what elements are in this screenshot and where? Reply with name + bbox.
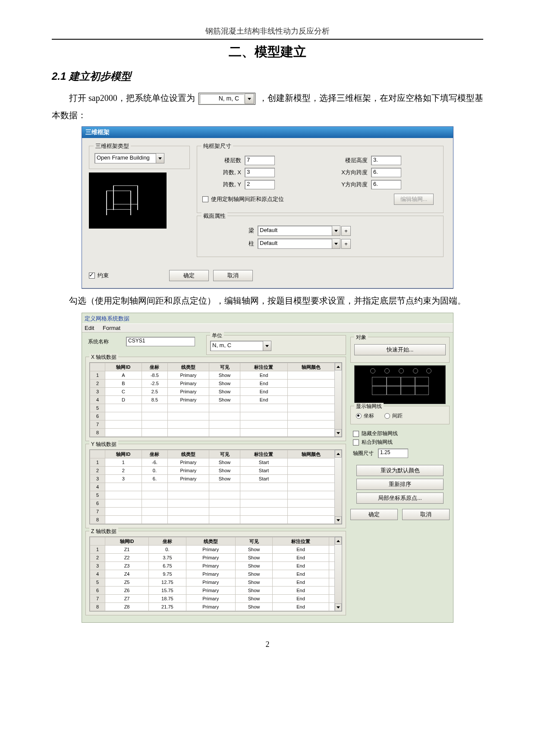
- table-row[interactable]: 6: [90, 412, 335, 420]
- chapter-title: 二、模型建立: [52, 43, 483, 61]
- input-bays-x[interactable]: 3: [245, 168, 275, 177]
- group-object-legend: 对象: [354, 334, 368, 341]
- grid-preview-image: [354, 365, 446, 404]
- beam-section-dropdown[interactable]: Default: [258, 226, 340, 236]
- z-grid-table[interactable]: 轴网ID坐标线类型可见标注位置1Z10.PrimaryShowEnd2Z23.7…: [89, 536, 342, 612]
- table-row[interactable]: 4D8.5PrimaryShowEnd: [90, 396, 335, 404]
- table-row[interactable]: 6Z615.75PrimaryShowEnd: [90, 587, 335, 595]
- scroll-down-icon[interactable]: [335, 516, 342, 524]
- table-row[interactable]: 8Z821.75PrimaryShowEnd: [90, 603, 335, 611]
- lbl-beam: 梁: [202, 227, 254, 235]
- table-row[interactable]: 336.PrimaryShowStart: [90, 475, 335, 483]
- scrollbar[interactable]: [334, 450, 342, 524]
- chevron-down-icon[interactable]: [332, 239, 340, 248]
- grid-cancel-button[interactable]: 取消: [402, 509, 450, 520]
- chevron-down-icon[interactable]: [332, 226, 340, 235]
- reset-color-button[interactable]: 重设为默认颜色: [356, 465, 444, 476]
- checkbox-paste-to-grid[interactable]: [353, 439, 359, 445]
- group-object: 对象 快速开始...: [350, 337, 450, 363]
- edit-grid-button[interactable]: 编辑轴网...: [394, 194, 434, 205]
- lbl-system-name: 系统名称: [88, 338, 109, 345]
- table-row[interactable]: 7: [90, 420, 335, 429]
- table-row[interactable]: 4Z49.75PrimaryShowEnd: [90, 570, 335, 578]
- input-system-name[interactable]: CSYS1: [126, 337, 195, 346]
- table-row[interactable]: 220.PrimaryShowStart: [90, 467, 335, 475]
- table-row[interactable]: 5Z512.75PrimaryShowEnd: [90, 578, 335, 587]
- table-row[interactable]: 8: [90, 516, 335, 524]
- dialog-titlebar: 三维框架: [82, 127, 453, 138]
- checkbox-custom-grid[interactable]: [202, 196, 208, 202]
- group-dimensions-legend: 纯框架尺寸: [201, 142, 233, 150]
- scroll-down-icon[interactable]: [335, 429, 342, 437]
- chevron-down-icon[interactable]: [245, 94, 254, 104]
- x-grid-table[interactable]: 轴网ID坐标线类型可见标注位置轴网颜色1A-8.5PrimaryShowEnd2…: [89, 362, 342, 437]
- lbl-radio-coord: 坐标: [364, 413, 374, 419]
- frame-preview-image: [89, 173, 167, 229]
- input-span-x[interactable]: 6.: [371, 168, 401, 177]
- group-show-gridlines: 显示轴网线 坐标 间距: [350, 406, 450, 424]
- grid-ok-button[interactable]: 确定: [350, 509, 398, 520]
- input-stories[interactable]: 7: [245, 156, 275, 165]
- group-frame-type: 三维框架类型 Open Frame Building: [89, 146, 190, 169]
- frame-type-dropdown[interactable]: Open Frame Building: [94, 153, 164, 163]
- lbl-span-x: X方向跨度: [320, 169, 368, 176]
- ok-button[interactable]: 确定: [169, 270, 209, 281]
- scroll-down-icon[interactable]: [335, 603, 342, 611]
- table-row[interactable]: 1Z10.PrimaryShowEnd: [90, 546, 335, 554]
- table-row[interactable]: 3C2.5PrimaryShowEnd: [90, 388, 335, 396]
- table-row[interactable]: 8: [90, 429, 335, 437]
- table-row[interactable]: 1A-8.5PrimaryShowEnd: [90, 371, 335, 380]
- table-row[interactable]: 3Z36.75PrimaryShowEnd: [90, 562, 335, 570]
- scroll-up-icon[interactable]: [335, 450, 342, 458]
- table-row[interactable]: 2B-2.5PrimaryShowEnd: [90, 380, 335, 388]
- table-row[interactable]: 7: [90, 508, 335, 516]
- group-x-grid: X 轴线数据 轴网ID坐标线类型可见标注位置轴网颜色1A-8.5PrimaryS…: [85, 357, 346, 441]
- table-row[interactable]: 6: [90, 499, 335, 508]
- beam-add-button[interactable]: +: [341, 226, 351, 236]
- dialog2-caption: 定义网格系统数据: [82, 313, 453, 323]
- column-add-button[interactable]: +: [341, 239, 351, 249]
- table-row[interactable]: 5: [90, 491, 335, 499]
- table-row[interactable]: 5: [90, 404, 335, 412]
- chevron-down-icon[interactable]: [263, 341, 271, 351]
- unit-dropdown-inline[interactable]: N, m, C: [198, 93, 255, 105]
- y-grid-table[interactable]: 轴网ID坐标线类型可见标注位置轴网颜色11-6.PrimaryShowStart…: [89, 449, 342, 524]
- group-section: 截面属性 梁 Default + 柱 Default: [197, 216, 444, 257]
- chevron-down-icon[interactable]: [156, 154, 164, 163]
- page-number: 2: [52, 640, 483, 649]
- menu-edit[interactable]: Edit: [85, 325, 94, 331]
- lbl-constraint: 约束: [98, 272, 109, 279]
- paragraph-2: 勾选（使用定制轴网间距和原点定位），编辑轴网，按题目模型要求设置，并指定底层节点…: [52, 292, 483, 309]
- local-origin-button[interactable]: 局部坐标系原点...: [356, 492, 444, 504]
- table-row[interactable]: 11-6.PrimaryShowStart: [90, 458, 335, 467]
- lbl-radio-spacing: 间距: [392, 413, 403, 419]
- group-frame-type-legend: 三维框架类型: [94, 142, 131, 150]
- scroll-up-icon[interactable]: [335, 363, 342, 370]
- column-section-dropdown[interactable]: Default: [258, 238, 340, 249]
- beam-section-value: Default: [258, 226, 332, 235]
- quick-start-button[interactable]: 快速开始...: [354, 344, 446, 355]
- radio-by-spacing[interactable]: [384, 413, 390, 419]
- group-y-grid-legend: Y 轴线数据: [89, 441, 118, 448]
- input-span-y[interactable]: 6.: [371, 180, 401, 189]
- grid-unit-dropdown[interactable]: N, m, C: [210, 341, 271, 351]
- table-row[interactable]: 7Z718.75PrimaryShowEnd: [90, 595, 335, 603]
- table-row[interactable]: 4: [90, 483, 335, 491]
- input-bubble-size[interactable]: 1.25: [378, 449, 408, 458]
- checkbox-hide-all[interactable]: [353, 431, 359, 437]
- menu-format[interactable]: Format: [103, 325, 120, 331]
- input-story-height[interactable]: 3.: [371, 156, 401, 165]
- group-show-legend: 显示轴网线: [354, 403, 384, 410]
- checkbox-constraint[interactable]: [89, 273, 95, 279]
- input-bays-y[interactable]: 2: [245, 180, 275, 189]
- scrollbar[interactable]: [334, 537, 342, 611]
- table-row[interactable]: 2Z23.75PrimaryShowEnd: [90, 554, 335, 562]
- scrollbar[interactable]: [334, 363, 342, 437]
- cancel-button[interactable]: 取消: [213, 270, 253, 281]
- scroll-up-icon[interactable]: [335, 537, 342, 545]
- lbl-stories: 楼层数: [202, 157, 241, 164]
- unit-dropdown-value: N, m, C: [200, 94, 244, 104]
- resort-button[interactable]: 重新排序: [356, 479, 444, 490]
- radio-by-coord[interactable]: [356, 413, 362, 419]
- lbl-span-y: Y方向跨度: [320, 181, 368, 188]
